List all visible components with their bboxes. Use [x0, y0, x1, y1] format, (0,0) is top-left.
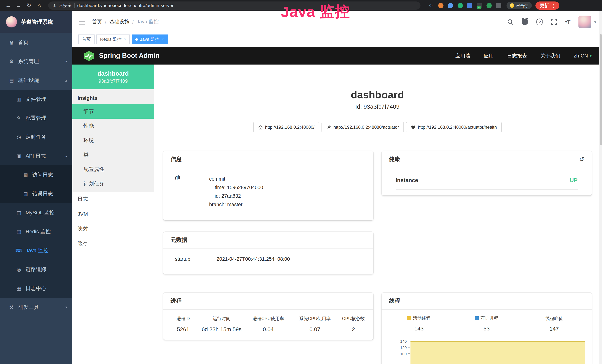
insights-group: Insights 细节 性能 环境 类 配置属性 计划任务	[72, 89, 154, 192]
avatar[interactable]	[579, 16, 591, 28]
sidebar-item-log-center[interactable]: ▦ 日志中心	[0, 279, 72, 298]
breadcrumb-home[interactable]: 首页	[92, 19, 102, 25]
locale-select[interactable]: zh-CN ▾	[574, 53, 592, 59]
screen: ← → ↻ ⌂ ⚠ 不安全 dashboard.yudao.iocoder.cn…	[0, 0, 602, 364]
sidebar-item-home[interactable]: ◉ 首页	[0, 33, 72, 52]
health-row-instance[interactable]: Instance UP	[396, 177, 578, 190]
search-icon[interactable]	[507, 19, 514, 25]
header-actions: ? тT ▾	[507, 16, 602, 28]
instance-header[interactable]: dashboard 93a3fc7f7409	[72, 64, 154, 89]
browser-home-icon[interactable]: ⌂	[35, 0, 44, 11]
reload-icon[interactable]: ↻	[24, 0, 33, 11]
nav-journal[interactable]: 日志报表	[507, 53, 527, 59]
sidebar-item-label: 首页	[18, 39, 29, 46]
info-value: commit: time: 1596289704000 id: 27aa832 …	[209, 175, 364, 209]
extension-icon[interactable]	[458, 3, 463, 8]
nav-wallboard[interactable]: 应用墙	[455, 53, 470, 59]
devtools-icon: ⚒	[7, 304, 16, 310]
trace-icon: ◎	[15, 267, 23, 272]
access-log-icon: ▧	[22, 172, 30, 178]
sidebar-item-access-logs[interactable]: ▧ 访问日志	[0, 165, 72, 184]
sidebar-item-jvm[interactable]: JVM	[72, 207, 154, 221]
threads-legend: 活动线程 143 守护进程 53 线程峰值 14	[385, 315, 588, 332]
sidebar-menu: ◉ 首页 ⚙ 系统管理 ▾ ▤ 基础设施 ▴ ▥ 文件管理	[0, 33, 72, 317]
nav-about[interactable]: 关于我们	[540, 53, 560, 59]
info-key: git	[175, 175, 209, 209]
bookmark-star-icon[interactable]: ☆	[426, 0, 435, 11]
extension-icon[interactable]	[438, 3, 443, 8]
insights-item-details[interactable]: 细节	[72, 104, 154, 119]
actuator-url-link[interactable]: http://192.168.0.2:48080/actuator	[322, 122, 404, 132]
extension-icon[interactable]	[448, 3, 453, 8]
dashboard-icon: ◉	[7, 40, 16, 45]
card-title: 信息	[171, 156, 182, 163]
menu-kebab-icon[interactable]: ⋮	[551, 3, 557, 8]
address-bar[interactable]: ⚠ 不安全 dashboard.yudao.iocoder.cn/infra/a…	[48, 1, 420, 10]
file-icon: ▥	[15, 96, 23, 102]
insights-item-scheduled-tasks[interactable]: 计划任务	[72, 177, 154, 191]
font-size-icon[interactable]: тT	[565, 19, 570, 25]
sidebar-item-label: 链路追踪	[26, 266, 46, 273]
sidebar-item-scheduled-tasks[interactable]: ◷ 定时任务	[0, 128, 72, 147]
app-logo[interactable]: 芋道管理系统	[0, 11, 72, 33]
tags-bar: 首页 Redis 监控 × Java 监控 ×	[72, 33, 602, 47]
health-url-link[interactable]: http://192.168.0.2:48080/actuator/health	[406, 122, 502, 132]
sidebar-item-label: 系统管理	[18, 58, 39, 65]
breadcrumb-infrastructure[interactable]: 基础设施	[109, 19, 129, 25]
error-log-icon: ▨	[22, 191, 30, 197]
github-icon[interactable]	[522, 19, 528, 25]
extension-icon[interactable]	[496, 3, 501, 8]
sidebar-item-label: Java 监控	[26, 247, 48, 254]
tag-home[interactable]: 首页	[78, 34, 95, 44]
tag-redis-monitor[interactable]: Redis 监控 ×	[97, 34, 130, 44]
scrollbar-thumb[interactable]	[599, 34, 602, 145]
insights-item-performance[interactable]: 性能	[72, 119, 154, 133]
sidebar-item-infrastructure[interactable]: ▤ 基础设施 ▴	[0, 71, 72, 90]
process-table-values: 5261 6d 23h 15m 59s 0.04 0.07 2	[167, 326, 370, 332]
sidebar-item-system-management[interactable]: ⚙ 系统管理 ▾	[0, 52, 72, 71]
sidebar-item-error-logs[interactable]: ▨ 错误日志	[0, 184, 72, 203]
service-url-link[interactable]: http://192.168.0.2:48080/	[253, 122, 319, 132]
sidebar-item-trace[interactable]: ◎ 链路追踪	[0, 260, 72, 279]
history-icon[interactable]: ↺	[579, 156, 584, 163]
sidebar-item-mysql-monitor[interactable]: ◫ MySQL 监控	[0, 203, 72, 222]
nav-applications[interactable]: 应用	[484, 53, 494, 59]
chevron-up-icon: ▴	[65, 78, 67, 82]
extension-icon[interactable]: on	[477, 3, 482, 8]
tag-java-monitor[interactable]: Java 监控 ×	[132, 34, 168, 44]
insights-item-classes[interactable]: 类	[72, 148, 154, 162]
sidebar-item-label: 文件管理	[26, 96, 46, 103]
sidebar-item-redis-monitor[interactable]: ▩ Redis 监控	[0, 222, 72, 241]
paused-badge[interactable]: 已暂停	[506, 2, 532, 9]
fullscreen-icon[interactable]	[551, 19, 557, 25]
sidebar-item-label: 日志中心	[26, 285, 46, 292]
sidebar-item-devtools[interactable]: ⚒ 研发工具 ▾	[0, 298, 72, 317]
close-icon[interactable]: ×	[124, 37, 126, 42]
process-card: 进程 进程ID 运行时间 进程CPU使用率 系统CPU使用率 CPU核心数	[163, 293, 373, 340]
sidebar-item-config-management[interactable]: ✎ 配置管理	[0, 109, 72, 128]
sidebar-item-caches[interactable]: 缓存	[72, 236, 154, 251]
page-scrollbar[interactable]	[599, 11, 602, 364]
tag-label: 首页	[82, 36, 91, 43]
info-row-git: git commit: time: 1596289704000 id: 27aa…	[175, 175, 364, 214]
close-icon[interactable]: ×	[162, 37, 164, 42]
extension-icon[interactable]	[467, 3, 473, 8]
extension-icon[interactable]	[486, 3, 492, 8]
back-icon[interactable]: ←	[4, 0, 13, 11]
avatar-caret-icon[interactable]: ▾	[594, 20, 596, 24]
sidebar-item-java-monitor[interactable]: ⌨ Java 监控	[0, 241, 72, 260]
insights-item-environment[interactable]: 环境	[72, 133, 154, 148]
sidebar-item-mappings[interactable]: 映射	[72, 221, 154, 236]
insights-item-config-props[interactable]: 配置属性	[72, 162, 154, 177]
help-icon[interactable]: ?	[536, 19, 543, 25]
forward-icon[interactable]: →	[14, 0, 23, 11]
sidebar-item-api-logs[interactable]: ▣ API 日志 ▴	[0, 147, 72, 165]
update-button[interactable]: 更新 ⋮	[536, 1, 559, 10]
sidebar-item-file-management[interactable]: ▥ 文件管理	[0, 90, 72, 109]
tag-label: Redis 监控	[100, 36, 122, 43]
sidebar-item-label: API 日志	[26, 153, 46, 159]
legend-live-threads: 活动线程 143	[385, 315, 453, 332]
sidebar-item-logs[interactable]: 日志	[72, 192, 154, 207]
hamburger-icon[interactable]	[79, 20, 85, 24]
threads-card: 线程 活动线程 143 守护进程	[382, 293, 592, 364]
